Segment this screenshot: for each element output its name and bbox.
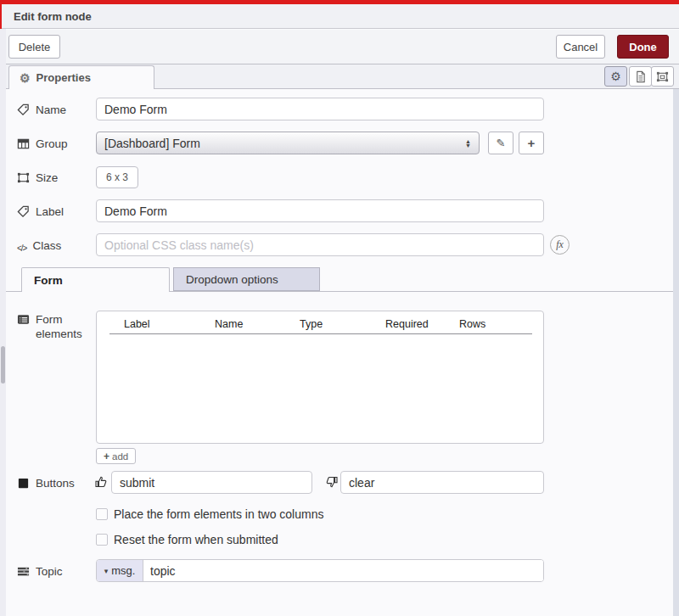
tasks-icon — [17, 565, 30, 578]
tag-icon — [17, 104, 30, 116]
group-select-value: [Dashboard] Form — [104, 137, 200, 150]
properties-icon-button[interactable]: ⚙ — [604, 66, 627, 87]
tab-dropdown-options[interactable]: Dropdown options — [173, 267, 320, 291]
column-required: Required — [385, 318, 429, 330]
topic-typed-input: ▾ msg. — [96, 559, 544, 582]
form-elements-field-label: Form elements — [17, 312, 92, 341]
topic-type-button[interactable]: ▾ msg. — [97, 560, 143, 581]
form-elements-header: Label Name Type Required Rows — [109, 317, 532, 334]
topic-field-label: Topic — [17, 564, 92, 579]
dialog-toolbar: Delete Cancel Done — [0, 30, 679, 64]
delete-button[interactable]: Delete — [8, 35, 60, 59]
reset-form-checkbox-label: Reset the form when submitted — [114, 533, 278, 546]
code-icon: </> — [17, 241, 26, 255]
plus-icon: + — [528, 136, 536, 150]
form-elements-list[interactable]: Label Name Type Required Rows — [96, 311, 544, 444]
square-icon — [17, 477, 30, 490]
editor-tab-bar: ⚙ Properties ⚙ — [0, 64, 679, 89]
left-scrollbar-thumb[interactable] — [1, 346, 5, 384]
thumbs-down-icon — [325, 475, 339, 489]
tab-properties[interactable]: ⚙ Properties — [8, 65, 154, 89]
size-field-label: Size — [17, 171, 92, 185]
left-scrollbar-track[interactable] — [0, 29, 6, 616]
window-right-edge — [673, 89, 679, 616]
column-label: Label — [124, 318, 150, 330]
object-group-icon — [656, 70, 669, 83]
column-rows: Rows — [459, 318, 485, 330]
list-alt-icon — [17, 313, 30, 326]
select-sort-icon: ▲▼ — [465, 139, 471, 148]
name-field-label: Name — [17, 103, 92, 117]
topic-input[interactable] — [143, 560, 543, 581]
appearance-icon-button[interactable] — [651, 66, 674, 87]
column-type: Type — [300, 318, 323, 330]
class-field-label: </> Class — [17, 238, 92, 255]
cancel-button[interactable]: Cancel — [556, 35, 605, 59]
document-icon — [634, 70, 647, 83]
pencil-icon: ✎ — [497, 137, 506, 149]
edit-group-button[interactable]: ✎ — [488, 132, 513, 154]
topic-prefix-label: msg. — [111, 564, 135, 577]
reset-form-checkbox[interactable] — [96, 534, 108, 546]
name-input[interactable] — [96, 98, 544, 120]
column-name: Name — [215, 318, 243, 330]
caret-down-icon: ▾ — [104, 567, 109, 575]
add-element-button[interactable]: + add — [96, 448, 136, 464]
done-button[interactable]: Done — [617, 35, 669, 59]
group-field-label: Group — [17, 137, 92, 151]
table-icon — [17, 137, 30, 150]
size-button[interactable]: 6 x 3 — [96, 166, 138, 188]
two-columns-checkbox-label: Place the form elements in two columns — [114, 507, 323, 521]
expand-editor-button[interactable]: fx — [550, 235, 570, 255]
tab-properties-label: Properties — [36, 71, 91, 84]
two-columns-checkbox[interactable] — [96, 508, 108, 520]
label-input[interactable] — [96, 199, 544, 222]
plus-icon: + — [104, 451, 109, 462]
clear-button-text-input[interactable] — [340, 471, 544, 494]
add-group-button[interactable]: + — [519, 132, 544, 154]
edit-form-node-dialog: Edit form node Delete Cancel Done ⚙ Prop… — [0, 0, 679, 616]
description-icon-button[interactable] — [629, 66, 652, 87]
thumbs-up-icon — [94, 475, 108, 489]
object-group-icon — [17, 171, 30, 184]
submit-button-text-input[interactable] — [111, 471, 312, 494]
gear-icon: ⚙ — [20, 72, 31, 84]
group-select[interactable]: [Dashboard] Form ▲▼ — [96, 132, 480, 154]
tab-form[interactable]: Form — [21, 267, 170, 292]
fx-icon: fx — [556, 238, 564, 251]
gear-icon: ⚙ — [610, 70, 621, 82]
class-input[interactable] — [96, 233, 544, 256]
buttons-field-label: Buttons — [17, 476, 92, 490]
label-field-label: Label — [17, 204, 92, 219]
dialog-title: Edit form node — [2, 4, 679, 29]
tag-icon — [17, 205, 30, 218]
